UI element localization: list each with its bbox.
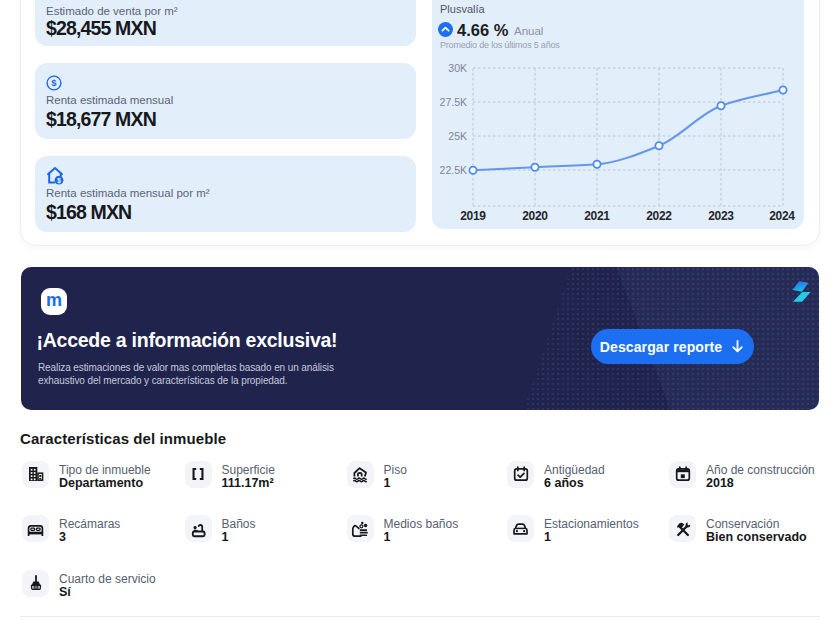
svg-text:30K: 30K — [448, 62, 467, 74]
svg-text:2024: 2024 — [769, 209, 795, 223]
svg-text:2019: 2019 — [460, 209, 486, 223]
svg-text:2023: 2023 — [708, 209, 734, 223]
svg-text:22.5K: 22.5K — [440, 164, 467, 176]
svg-text:25K: 25K — [448, 130, 467, 142]
svg-text:27.5K: 27.5K — [440, 96, 467, 108]
svg-text:2021: 2021 — [584, 209, 610, 223]
svg-text:2022: 2022 — [646, 209, 672, 223]
svg-text:$: $ — [57, 177, 61, 185]
svg-text:2020: 2020 — [522, 209, 548, 223]
svg-text:$: $ — [51, 77, 57, 88]
